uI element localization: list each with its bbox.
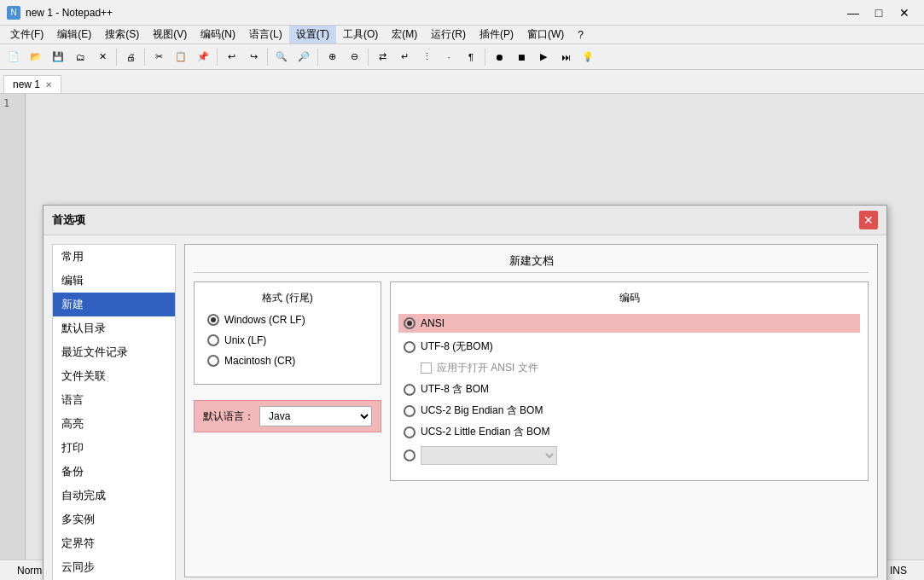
category-default-dir[interactable]: 默认目录 xyxy=(53,316,175,340)
toolbar-separator-5 xyxy=(317,49,318,66)
radio-unix-icon xyxy=(207,334,219,346)
menu-encoding[interactable]: 编码(N) xyxy=(194,26,242,44)
encoding-ucs2-big[interactable]: UCS-2 Big Endian 含 BOM xyxy=(404,403,855,418)
dialog-title: 首选项 xyxy=(52,212,85,228)
redo-button[interactable]: ↪ xyxy=(243,47,264,67)
dialog-right-content: 新建文档 格式 (行尾) Windows (CR LF) xyxy=(184,244,878,580)
window-close-button[interactable]: ✕ xyxy=(892,4,917,21)
encoding-utf8-bom[interactable]: UTF-8 含 BOM xyxy=(404,382,855,397)
toolbar-separator-7 xyxy=(485,49,485,66)
macro-play-button[interactable]: ▶ xyxy=(533,47,554,67)
window-title: new 1 - Notepad++ xyxy=(26,7,113,19)
new-file-button[interactable]: 📄 xyxy=(3,47,24,67)
encoding-ucs2-big-label: UCS-2 Big Endian 含 BOM xyxy=(421,403,543,418)
menu-language[interactable]: 语言(L) xyxy=(242,26,289,44)
tab-new1[interactable]: new 1 ✕ xyxy=(3,75,61,93)
category-file-assoc[interactable]: 文件关联 xyxy=(53,364,175,388)
open-file-button[interactable]: 📂 xyxy=(26,47,46,67)
format-title: 格式 (行尾) xyxy=(207,291,368,305)
maximize-button[interactable]: □ xyxy=(866,4,892,21)
dialog-title-bar: 首选项 ✕ xyxy=(44,206,886,235)
radio-ansi-icon xyxy=(404,317,416,329)
category-autocomplete[interactable]: 自动完成 xyxy=(53,484,175,508)
encoding-utf8-bom-label: UTF-8 含 BOM xyxy=(421,382,489,397)
category-recent-files[interactable]: 最近文件记录 xyxy=(53,340,175,364)
category-new[interactable]: 新建 xyxy=(53,293,175,316)
whitespace-button[interactable]: · xyxy=(439,47,459,67)
tab-close-icon[interactable]: ✕ xyxy=(45,80,52,90)
menu-help[interactable]: ? xyxy=(571,27,590,43)
sync-scroll-button[interactable]: ⇄ xyxy=(372,47,392,67)
indent-guide-button[interactable]: ⋮ xyxy=(416,47,437,67)
save-all-button[interactable]: 🗂 xyxy=(70,47,90,67)
encoding-custom xyxy=(404,446,855,465)
macro-stop-button[interactable]: ⏹ xyxy=(511,47,532,67)
category-cloud-sync[interactable]: 云同步 xyxy=(53,555,175,579)
paste-button[interactable]: 📌 xyxy=(193,47,213,67)
category-print[interactable]: 打印 xyxy=(53,436,175,460)
undo-button[interactable]: ↩ xyxy=(221,47,241,67)
menu-tools[interactable]: 工具(O) xyxy=(336,26,385,44)
radio-ucs2-big-icon xyxy=(404,405,416,417)
category-highlight[interactable]: 高亮 xyxy=(53,412,175,436)
menu-macro[interactable]: 宏(M) xyxy=(385,26,424,44)
zoom-out-button[interactable]: ⊖ xyxy=(344,47,364,67)
radio-windows-icon xyxy=(207,314,219,326)
dialog-close-button[interactable]: ✕ xyxy=(859,211,878,229)
new-doc-inner: 格式 (行尾) Windows (CR LF) Unix (LF) xyxy=(194,281,869,481)
apply-ansi-checkbox[interactable]: 应用于打开 ANSI 文件 xyxy=(421,361,855,375)
encoding-utf8-nobom[interactable]: UTF-8 (无BOM) xyxy=(404,339,855,354)
format-mac-label: Macintosh (CR) xyxy=(224,355,295,367)
menu-edit[interactable]: 编辑(E) xyxy=(50,26,98,44)
format-unix[interactable]: Unix (LF) xyxy=(207,334,368,346)
menu-plugin[interactable]: 插件(P) xyxy=(473,26,520,44)
language-select[interactable]: Java xyxy=(259,406,372,426)
encoding-ucs2-little[interactable]: UCS-2 Little Endian 含 BOM xyxy=(404,425,855,439)
macro-record-button[interactable]: ⏺ xyxy=(489,47,509,67)
radio-utf8-bom-icon xyxy=(404,384,416,396)
toolbar-separator-2 xyxy=(144,49,145,66)
menu-run[interactable]: 运行(R) xyxy=(424,26,473,44)
encoding-ucs2-little-label: UCS-2 Little Endian 含 BOM xyxy=(421,425,549,439)
menu-bar: 文件(F) 编辑(E) 搜索(S) 视图(V) 编码(N) 语言(L) 设置(T… xyxy=(0,26,924,44)
find-replace-button[interactable]: 🔎 xyxy=(293,47,314,67)
menu-view[interactable]: 视图(V) xyxy=(146,26,194,44)
category-delimiter[interactable]: 定界符 xyxy=(53,531,175,555)
menu-search[interactable]: 搜索(S) xyxy=(98,26,146,44)
menu-window[interactable]: 窗口(W) xyxy=(520,26,571,44)
menu-settings[interactable]: 设置(T) xyxy=(289,26,336,44)
radio-utf8-nobom-icon xyxy=(404,341,416,353)
format-mac[interactable]: Macintosh (CR) xyxy=(207,355,368,367)
editor-area: 1 首选项 ✕ 常用 编辑 新建 默认目录 最近文件记录 文件关联 语言 xyxy=(0,94,924,560)
find-button[interactable]: 🔍 xyxy=(271,47,292,67)
radio-mac-icon xyxy=(207,355,219,367)
category-editing[interactable]: 编辑 xyxy=(53,269,175,293)
encoding-title: 编码 xyxy=(404,291,855,305)
save-file-button[interactable]: 💾 xyxy=(48,47,68,67)
apply-ansi-checkbox-icon xyxy=(421,362,432,374)
category-backup[interactable]: 备份 xyxy=(53,460,175,484)
category-general[interactable]: 常用 xyxy=(53,245,175,269)
close-file-button[interactable]: ✕ xyxy=(92,47,113,67)
apply-ansi-label: 应用于打开 ANSI 文件 xyxy=(437,361,538,375)
minimize-button[interactable]: — xyxy=(840,4,866,21)
preferences-dialog: 首选项 ✕ 常用 编辑 新建 默认目录 最近文件记录 文件关联 语言 高亮 打印… xyxy=(43,205,887,580)
format-windows[interactable]: Windows (CR LF) xyxy=(207,314,368,326)
toolbar-separator-3 xyxy=(217,49,218,66)
zoom-in-button[interactable]: ⊕ xyxy=(322,47,342,67)
copy-button[interactable]: 📋 xyxy=(171,47,191,67)
tab-bar: new 1 ✕ xyxy=(0,70,924,94)
macro-run-button[interactable]: ⏭ xyxy=(555,47,576,67)
category-multi-instance[interactable]: 多实例 xyxy=(53,508,175,531)
macro-save-button[interactable]: 💡 xyxy=(578,47,598,67)
menu-file[interactable]: 文件(F) xyxy=(3,26,50,44)
eol-button[interactable]: ¶ xyxy=(461,47,481,67)
cut-button[interactable]: ✂ xyxy=(148,47,169,67)
encoding-ansi[interactable]: ANSI xyxy=(398,314,860,333)
word-wrap-button[interactable]: ↵ xyxy=(394,47,415,67)
window-controls: — □ ✕ xyxy=(840,4,917,21)
print-button[interactable]: 🖨 xyxy=(120,47,141,67)
category-language[interactable]: 语言 xyxy=(53,388,175,412)
radio-custom-icon xyxy=(404,450,416,461)
modal-overlay: 首选项 ✕ 常用 编辑 新建 默认目录 最近文件记录 文件关联 语言 高亮 打印… xyxy=(0,94,924,560)
